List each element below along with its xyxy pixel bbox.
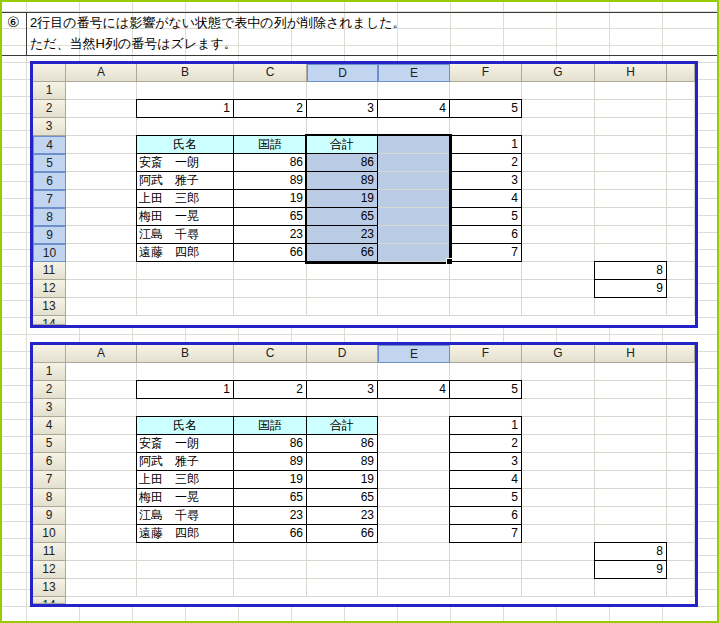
cell-G2[interactable]: [522, 381, 595, 399]
row-header-4[interactable]: 4: [33, 136, 66, 154]
cell-C7[interactable]: 19: [234, 190, 307, 208]
col-header-D[interactable]: D: [307, 64, 378, 82]
row-header-6[interactable]: 6: [33, 172, 66, 190]
cell-H3[interactable]: [595, 399, 667, 417]
cell-B5[interactable]: 安斎 一朗: [137, 435, 234, 453]
cell-C1[interactable]: [234, 363, 307, 381]
cell-I2[interactable]: [667, 100, 695, 118]
cell-D1[interactable]: [307, 363, 378, 381]
row-header-3[interactable]: 3: [33, 399, 66, 417]
cell-A2[interactable]: [66, 381, 137, 399]
cell-C12[interactable]: [234, 561, 307, 579]
cell-D12[interactable]: [307, 561, 378, 579]
cell-E12[interactable]: [378, 561, 450, 579]
cell-I11[interactable]: [667, 262, 695, 280]
cell-H5[interactable]: [595, 435, 667, 453]
cell-B7[interactable]: 上田 三郎: [137, 190, 234, 208]
cell-A6[interactable]: [66, 453, 137, 471]
cell-I7[interactable]: [667, 471, 695, 489]
cell-I13[interactable]: [667, 298, 695, 316]
cell-F8[interactable]: 5: [450, 208, 522, 226]
cell-I7[interactable]: [667, 190, 695, 208]
cell-H9[interactable]: [595, 507, 667, 525]
cell-B3[interactable]: [137, 118, 234, 136]
cell-G13[interactable]: [522, 579, 595, 597]
col-header-A[interactable]: A: [66, 345, 137, 363]
row-header-3[interactable]: 3: [33, 118, 66, 136]
cell-F10[interactable]: 7: [450, 244, 522, 262]
row-header-4[interactable]: 4: [33, 417, 66, 435]
cell-E13[interactable]: [378, 579, 450, 597]
cell-H2[interactable]: [595, 381, 667, 399]
col-header-C[interactable]: C: [234, 64, 307, 82]
row-header-9[interactable]: 9: [33, 226, 66, 244]
cell-B12[interactable]: [137, 561, 234, 579]
cell-G3[interactable]: [522, 399, 595, 417]
col-header-C[interactable]: C: [234, 345, 307, 363]
cell-B6[interactable]: 阿武 雅子: [137, 453, 234, 471]
col-header-F[interactable]: F: [450, 64, 522, 82]
row-header-5[interactable]: 5: [33, 154, 66, 172]
cell-A10[interactable]: [66, 525, 137, 543]
cell-F8[interactable]: 5: [450, 489, 522, 507]
cell-I10[interactable]: [667, 525, 695, 543]
cell-F1[interactable]: [450, 363, 522, 381]
row-header-8[interactable]: 8: [33, 489, 66, 507]
cell-E3[interactable]: [378, 399, 450, 417]
cell-F2[interactable]: 5: [450, 100, 522, 118]
cell-B2[interactable]: 1: [137, 100, 234, 118]
cell-I1[interactable]: [667, 82, 695, 100]
cell-A12[interactable]: [66, 280, 137, 298]
cell-E13[interactable]: [378, 298, 450, 316]
cell-D2[interactable]: 3: [307, 381, 378, 399]
cell-E1[interactable]: [378, 363, 450, 381]
cell-A1[interactable]: [66, 82, 137, 100]
cell-B13[interactable]: [137, 298, 234, 316]
row-header-10[interactable]: 10: [33, 525, 66, 543]
cell-G3[interactable]: [522, 118, 595, 136]
cell-G5[interactable]: [522, 154, 595, 172]
cell-B11[interactable]: [137, 262, 234, 280]
cell-G12[interactable]: [522, 280, 595, 298]
cell-G8[interactable]: [522, 208, 595, 226]
row-header-9[interactable]: 9: [33, 507, 66, 525]
cell-E2[interactable]: 4: [378, 381, 450, 399]
cell-I4[interactable]: [667, 136, 695, 154]
cell-B4[interactable]: 氏名: [137, 417, 234, 435]
cell-C2[interactable]: 2: [234, 100, 307, 118]
cell-H10[interactable]: [595, 525, 667, 543]
col-header-G[interactable]: G: [522, 345, 595, 363]
cell-F12[interactable]: [450, 280, 522, 298]
cell-D2[interactable]: 3: [307, 100, 378, 118]
cell-A10[interactable]: [66, 244, 137, 262]
cell-C11[interactable]: [234, 262, 307, 280]
cell-I2[interactable]: [667, 381, 695, 399]
col-header-H[interactable]: H: [595, 345, 667, 363]
fill-handle[interactable]: [446, 258, 452, 264]
cell-G7[interactable]: [522, 471, 595, 489]
cell-G4[interactable]: [522, 417, 595, 435]
row-header-7[interactable]: 7: [33, 471, 66, 489]
cell-I5[interactable]: [667, 435, 695, 453]
cell-C5[interactable]: 86: [234, 435, 307, 453]
col-header-partial[interactable]: [667, 345, 695, 363]
cell-H3[interactable]: [595, 118, 667, 136]
cell-I8[interactable]: [667, 208, 695, 226]
cell-F6[interactable]: 3: [450, 172, 522, 190]
row-header-10[interactable]: 10: [33, 244, 66, 262]
col-header-A[interactable]: A: [66, 64, 137, 82]
cell-A3[interactable]: [66, 118, 137, 136]
cell-I1[interactable]: [667, 363, 695, 381]
row-header-13[interactable]: 13: [33, 298, 66, 316]
cell-A8[interactable]: [66, 489, 137, 507]
cell-F9[interactable]: 6: [450, 507, 522, 525]
cell-C1[interactable]: [234, 82, 307, 100]
col-header-B[interactable]: B: [137, 345, 234, 363]
cell-A1[interactable]: [66, 363, 137, 381]
cell-C8[interactable]: 65: [234, 489, 307, 507]
cell-B4[interactable]: 氏名: [137, 136, 234, 154]
cell-H2[interactable]: [595, 100, 667, 118]
row-header-11[interactable]: 11: [33, 262, 66, 280]
cell-B3[interactable]: [137, 399, 234, 417]
col-header-D[interactable]: D: [307, 345, 378, 363]
